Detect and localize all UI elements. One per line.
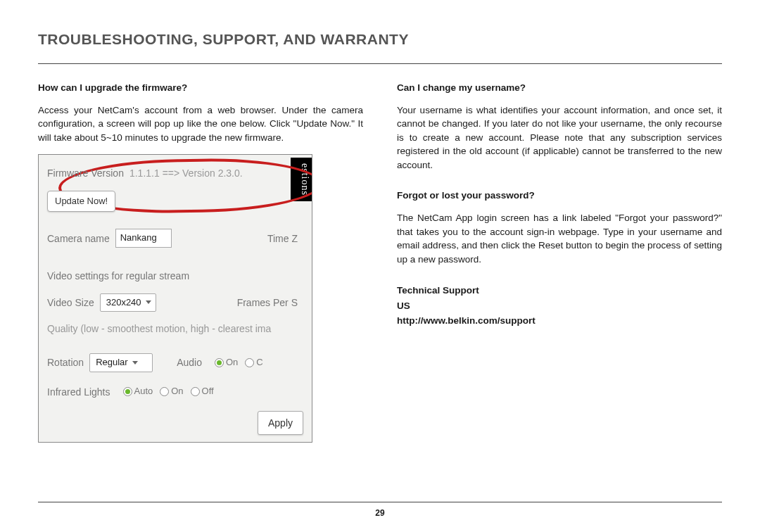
document-page: TROUBLESHOOTING, SUPPORT, AND WARRANTY H…: [0, 0, 760, 532]
ir-auto-label: Auto: [134, 385, 153, 398]
rotation-row: Rotation Regular Audio On C: [47, 353, 303, 372]
faq-q-forgot-password: Forgot or lost your password?: [397, 189, 722, 203]
chevron-down-icon: [132, 361, 138, 365]
column-right: Can I change my username? Your username …: [397, 81, 722, 443]
faq-a-change-username: Your username is what identifies your ac…: [397, 103, 722, 172]
technical-support-block: Technical Support US http://www.belkin.c…: [397, 283, 722, 329]
column-left: How can I upgrade the firmware? Access y…: [38, 81, 363, 443]
camera-name-label: Camera name: [47, 232, 110, 246]
audio-c-label: C: [256, 356, 262, 369]
rotation-value: Regular: [96, 356, 128, 369]
faq-q-upgrade-firmware: How can I upgrade the firmware?: [38, 81, 363, 95]
tech-support-url: http://www.belkin.com/support: [397, 313, 722, 329]
ir-on-radio[interactable]: [160, 387, 169, 396]
video-size-value: 320x240: [106, 296, 141, 310]
faq-block-password: Forgot or lost your password? The NetCam…: [397, 189, 722, 266]
video-size-row: Video Size 320x240 Frames Per S: [47, 293, 303, 312]
divider-bottom: [38, 502, 722, 502]
update-row: Update Now!: [47, 191, 303, 213]
ir-on-label: On: [171, 385, 183, 398]
screenshot-inner: Firmware Version 1.1.1.1 ==> Version 2.3…: [39, 155, 312, 417]
firmware-row: Firmware Version 1.1.1.1 ==> Version 2.3…: [47, 166, 303, 180]
faq-block-username: Can I change my username? Your username …: [397, 81, 722, 172]
divider-top: [38, 63, 722, 64]
infrared-label: Infrared Lights: [47, 385, 110, 399]
camera-name-row: Camera name Nankang Time Z: [47, 229, 303, 248]
tech-support-region: US: [397, 298, 722, 314]
ir-off-radio[interactable]: [191, 387, 200, 396]
fps-label: Frames Per S: [237, 296, 298, 310]
update-now-button[interactable]: Update Now!: [47, 191, 115, 213]
footer: 29: [0, 502, 760, 518]
ir-off-label: Off: [202, 385, 214, 398]
firmware-version-text: 1.1.1.1 ==> Version 2.3.0.: [129, 166, 243, 180]
video-size-select[interactable]: 320x240: [100, 293, 156, 312]
infrared-row: Infrared Lights Auto On Off: [47, 385, 303, 399]
video-size-label: Video Size: [47, 296, 94, 310]
faq-q-change-username: Can I change my username?: [397, 81, 722, 95]
audio-c-radio[interactable]: [245, 358, 254, 367]
chevron-down-icon: [146, 300, 151, 304]
audio-on-label: On: [226, 356, 238, 369]
rotation-label: Rotation: [47, 355, 84, 369]
timezone-label: Time Z: [267, 232, 298, 246]
apply-button[interactable]: Apply: [258, 411, 303, 435]
video-settings-label: Video settings for regular stream: [47, 269, 189, 283]
page-title: TROUBLESHOOTING, SUPPORT, AND WARRANTY: [38, 31, 722, 48]
quality-row: Quality (low - smoothest motion, high - …: [47, 322, 303, 336]
faq-a-forgot-password: The NetCam App login screen has a link l…: [397, 211, 722, 266]
quality-text: Quality (low - smoothest motion, high - …: [47, 322, 271, 336]
audio-on-radio[interactable]: [215, 358, 224, 367]
config-screenshot: estions Firmware Version 1.1.1.1 ==> Ver…: [38, 154, 312, 443]
rotation-select[interactable]: Regular: [89, 353, 153, 372]
audio-label: Audio: [177, 355, 202, 369]
camera-name-input[interactable]: Nankang: [115, 229, 172, 248]
page-number: 29: [0, 508, 760, 518]
firmware-label: Firmware Version: [47, 166, 124, 180]
columns: How can I upgrade the firmware? Access y…: [38, 81, 722, 443]
video-settings-header: Video settings for regular stream: [47, 269, 303, 283]
tech-support-heading: Technical Support: [397, 283, 722, 298]
ir-auto-radio[interactable]: [123, 387, 132, 396]
faq-a-upgrade-firmware: Access your NetCam's account from a web …: [38, 103, 363, 145]
